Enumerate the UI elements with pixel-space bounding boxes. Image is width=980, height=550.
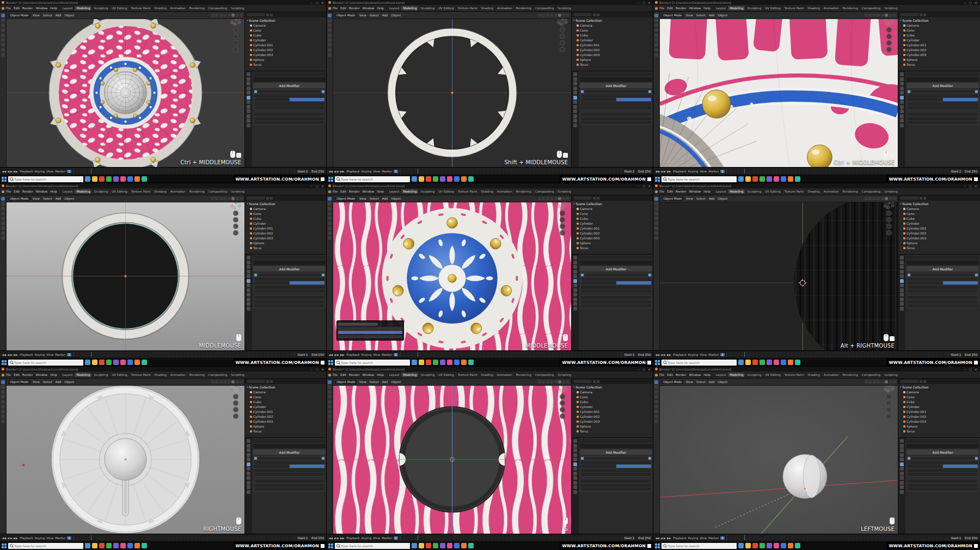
workspace-tab-animation[interactable]: Animation <box>822 373 841 377</box>
outliner-row-object[interactable]: Cylinder.002 <box>245 414 327 419</box>
outliner-row-object[interactable]: Cube <box>898 33 980 38</box>
modifier-name-field[interactable] <box>911 457 974 460</box>
transport-play-button[interactable]: ▶ <box>664 536 666 540</box>
perspective-toggle-icon[interactable] <box>886 230 892 236</box>
taskbar-app-icon-5[interactable] <box>113 176 119 182</box>
menu-window[interactable]: Window <box>34 373 48 376</box>
viewport-menu-add[interactable]: Add <box>708 380 716 384</box>
workspace-tab-modeling[interactable]: Modeling <box>728 373 745 377</box>
workspace-tab-layout[interactable]: Layout <box>388 6 401 10</box>
pan-icon[interactable] <box>233 400 238 406</box>
tool-icon-2[interactable] <box>654 202 658 206</box>
segment-option[interactable] <box>581 465 616 468</box>
taskbar-app-icon-1[interactable] <box>85 360 90 365</box>
viewport-menu-select[interactable]: Select <box>42 14 53 17</box>
object-data-tab-icon[interactable] <box>573 114 577 118</box>
tool-icon-8[interactable] <box>654 231 658 235</box>
taskbar-app-icon-1[interactable] <box>738 176 744 182</box>
menu-render[interactable]: Render <box>348 373 361 376</box>
tool-icon-2[interactable] <box>328 202 332 206</box>
particles-tab-icon[interactable] <box>900 100 904 104</box>
outliner-row-object[interactable]: Cone <box>245 211 327 216</box>
frame-start-field[interactable]: Start 1 <box>623 536 636 540</box>
minimize-button[interactable]: – <box>963 184 967 188</box>
tool-icon-2[interactable] <box>654 18 658 22</box>
zoom-icon[interactable] <box>233 394 238 399</box>
tool-icon-6[interactable] <box>328 221 332 225</box>
taskbar-app-icon-4[interactable] <box>759 176 765 182</box>
search-input[interactable] <box>341 361 408 364</box>
taskbar-app-icon-8[interactable] <box>134 360 140 365</box>
shading-material-icon[interactable] <box>562 197 566 200</box>
workspace-tab-animation[interactable]: Animation <box>822 6 841 10</box>
texture-tab-icon[interactable] <box>247 490 250 494</box>
xray-toggle-icon[interactable] <box>877 380 880 384</box>
menu-window[interactable]: Window <box>361 7 375 10</box>
close-button[interactable]: ✕ <box>973 367 978 372</box>
taskbar-app-icon-9[interactable] <box>468 360 474 365</box>
taskbar-app-icon-1[interactable] <box>412 360 417 365</box>
workspace-tab-scripting[interactable]: Scripting <box>556 373 572 377</box>
tool-icon-1[interactable] <box>1 14 5 17</box>
gizmo-toggle-icon[interactable] <box>868 197 872 200</box>
overlays-toggle-icon[interactable] <box>219 14 223 17</box>
menu-edit[interactable]: Edit <box>13 373 21 376</box>
workspace-tab-uv-editing[interactable]: UV Editing <box>110 373 129 377</box>
frame-end-field[interactable]: End 250 <box>964 536 978 540</box>
add-modifier-button[interactable]: Add Modifier <box>906 449 979 455</box>
shading-solid-icon[interactable] <box>885 14 888 17</box>
minimize-button[interactable]: – <box>309 367 314 372</box>
timeline-menu-view[interactable]: View <box>46 536 53 540</box>
tool-icon-5[interactable] <box>328 400 332 404</box>
start-button[interactable] <box>2 360 7 365</box>
tool-icon-3[interactable] <box>328 23 332 27</box>
outliner-row-object[interactable]: Torus <box>572 429 653 434</box>
camera-view-icon[interactable] <box>886 224 892 229</box>
workspace-tab-compositing[interactable]: Compositing <box>534 6 555 10</box>
taskbar-app-icon-7[interactable] <box>127 360 133 365</box>
close-button[interactable]: ✕ <box>647 1 652 5</box>
workspace-tab-rendering[interactable]: Rendering <box>841 6 860 10</box>
object-data-tab-icon[interactable] <box>900 481 904 485</box>
workspace-tab-shading[interactable]: Shading <box>479 373 494 377</box>
taskbar-app-icon-8[interactable] <box>788 543 793 548</box>
segment-option[interactable] <box>581 281 616 285</box>
tool-icon-3[interactable] <box>654 23 658 27</box>
tool-icon-1[interactable] <box>328 14 332 17</box>
shading-material-icon[interactable] <box>889 197 892 200</box>
modifier-visibility-icon[interactable] <box>322 90 324 93</box>
workspace-tab-rendering[interactable]: Rendering <box>841 189 860 194</box>
material-tab-icon[interactable] <box>573 119 577 122</box>
tool-icon-2[interactable] <box>328 18 332 22</box>
output-tab-icon[interactable] <box>247 77 250 81</box>
taskbar-app-icon-5[interactable] <box>767 360 772 365</box>
world-tab-icon[interactable] <box>573 458 577 461</box>
segment-option-active[interactable] <box>943 465 978 468</box>
outliner-row-object[interactable]: Cylinder.003 <box>898 419 980 424</box>
transport-jump-end-button[interactable]: ▶▶ <box>13 353 18 356</box>
tool-icon-9[interactable] <box>1 53 5 57</box>
filter-icon[interactable] <box>266 197 269 200</box>
transport-jump-start-button[interactable]: ◀◀ <box>328 353 333 356</box>
blender-menu-icon[interactable] <box>655 374 658 376</box>
disclosure-caret-icon[interactable]: ▾ <box>247 19 248 22</box>
start-button[interactable] <box>328 360 333 365</box>
outliner-row-object[interactable]: Cylinder <box>898 38 980 42</box>
tool-icon-1[interactable] <box>654 380 658 384</box>
workspace-tab-uv-editing[interactable]: UV Editing <box>763 373 782 377</box>
timeline-menu-marker[interactable]: Marker <box>55 536 65 540</box>
snap-icon[interactable] <box>865 14 868 17</box>
outliner-row-object[interactable]: Cone <box>572 394 653 399</box>
maximize-button[interactable]: ▢ <box>315 367 320 372</box>
tool-icon-3[interactable] <box>328 390 332 394</box>
viewport-menu-view[interactable]: View <box>358 380 367 384</box>
modifier-name-field[interactable] <box>911 274 974 276</box>
transport-play-button[interactable]: ▶ <box>10 170 13 173</box>
perspective-toggle-icon[interactable] <box>886 413 892 419</box>
outliner-row-object[interactable]: Camera <box>898 390 980 394</box>
workspace-tab-animation[interactable]: Animation <box>495 189 514 194</box>
outliner-row-object[interactable]: Sphere <box>572 424 653 429</box>
segment-option[interactable] <box>254 98 289 101</box>
render-tab-icon[interactable] <box>900 256 904 259</box>
render-tab-icon[interactable] <box>900 72 904 76</box>
